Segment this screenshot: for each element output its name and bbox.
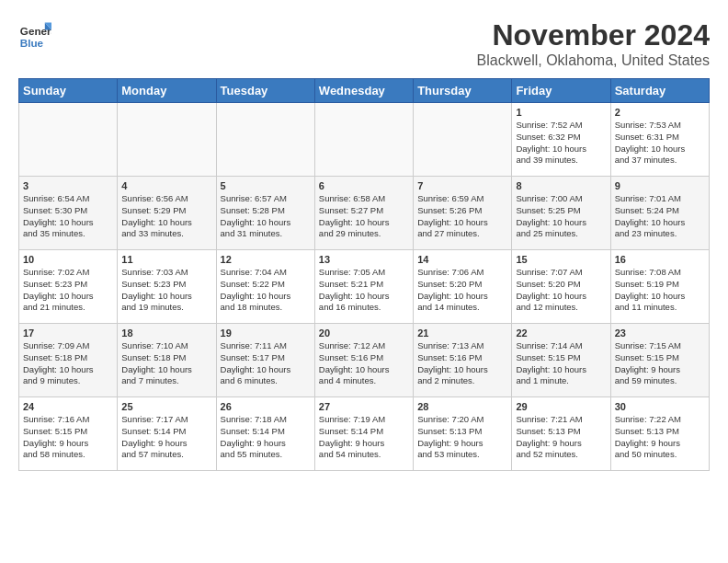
calendar-day-cell: 26Sunrise: 7:18 AM Sunset: 5:14 PM Dayli…	[216, 397, 314, 471]
day-number: 13	[319, 254, 409, 265]
day-info: Sunrise: 7:00 AM Sunset: 5:25 PM Dayligh…	[516, 193, 606, 240]
day-info: Sunrise: 7:12 AM Sunset: 5:16 PM Dayligh…	[319, 340, 409, 387]
page-header: General Blue November 2024 Blackwell, Ok…	[18, 18, 710, 69]
day-number: 26	[221, 401, 311, 412]
calendar-day-cell: 15Sunrise: 7:07 AM Sunset: 5:20 PM Dayli…	[512, 250, 610, 324]
day-info: Sunrise: 6:56 AM Sunset: 5:29 PM Dayligh…	[121, 193, 211, 240]
calendar-day-cell: 1Sunrise: 7:52 AM Sunset: 6:32 PM Daylig…	[512, 103, 610, 177]
month-title: November 2024	[477, 18, 710, 52]
day-number: 30	[615, 401, 705, 412]
calendar-day-cell: 4Sunrise: 6:56 AM Sunset: 5:29 PM Daylig…	[118, 177, 216, 250]
day-number: 23	[615, 327, 705, 339]
day-info: Sunrise: 7:08 AM Sunset: 5:19 PM Dayligh…	[615, 267, 705, 314]
day-number: 4	[121, 180, 211, 191]
calendar-week-row: 10Sunrise: 7:02 AM Sunset: 5:23 PM Dayli…	[19, 250, 710, 324]
day-info: Sunrise: 7:19 AM Sunset: 5:14 PM Dayligh…	[319, 414, 409, 461]
calendar-day-cell: 18Sunrise: 7:10 AM Sunset: 5:18 PM Dayli…	[118, 324, 216, 397]
day-info: Sunrise: 7:05 AM Sunset: 5:21 PM Dayligh…	[319, 267, 409, 314]
day-number: 22	[516, 327, 606, 339]
day-info: Sunrise: 7:06 AM Sunset: 5:20 PM Dayligh…	[417, 267, 507, 314]
day-number: 6	[319, 180, 409, 191]
calendar-week-row: 24Sunrise: 7:16 AM Sunset: 5:15 PM Dayli…	[19, 397, 710, 471]
calendar-day-cell: 8Sunrise: 7:00 AM Sunset: 5:25 PM Daylig…	[512, 177, 610, 250]
calendar-day-cell	[19, 103, 118, 177]
day-number: 7	[417, 180, 507, 191]
weekday-header-monday: Monday	[118, 79, 216, 103]
calendar-table: SundayMondayTuesdayWednesdayThursdayFrid…	[18, 78, 710, 471]
day-number: 5	[221, 180, 311, 191]
day-number: 20	[319, 327, 409, 339]
calendar-day-cell: 16Sunrise: 7:08 AM Sunset: 5:19 PM Dayli…	[610, 250, 709, 324]
weekday-header-row: SundayMondayTuesdayWednesdayThursdayFrid…	[19, 79, 710, 103]
day-info: Sunrise: 7:17 AM Sunset: 5:14 PM Dayligh…	[121, 414, 211, 461]
day-info: Sunrise: 7:07 AM Sunset: 5:20 PM Dayligh…	[516, 267, 606, 314]
day-number: 15	[516, 254, 606, 265]
weekday-header-saturday: Saturday	[610, 79, 709, 103]
day-info: Sunrise: 7:03 AM Sunset: 5:23 PM Dayligh…	[121, 267, 211, 314]
day-number: 18	[121, 327, 211, 339]
day-number: 16	[615, 254, 705, 265]
weekday-header-wednesday: Wednesday	[314, 79, 413, 103]
calendar-day-cell: 13Sunrise: 7:05 AM Sunset: 5:21 PM Dayli…	[314, 250, 413, 324]
day-number: 11	[121, 254, 211, 265]
day-info: Sunrise: 7:20 AM Sunset: 5:13 PM Dayligh…	[417, 414, 507, 461]
calendar-day-cell: 3Sunrise: 6:54 AM Sunset: 5:30 PM Daylig…	[19, 177, 118, 250]
day-info: Sunrise: 7:10 AM Sunset: 5:18 PM Dayligh…	[121, 340, 211, 387]
day-info: Sunrise: 7:52 AM Sunset: 6:32 PM Dayligh…	[516, 120, 606, 167]
day-number: 12	[221, 254, 311, 265]
day-number: 3	[23, 180, 113, 191]
day-number: 8	[516, 180, 606, 191]
weekday-header-tuesday: Tuesday	[216, 79, 314, 103]
day-info: Sunrise: 7:11 AM Sunset: 5:17 PM Dayligh…	[221, 340, 311, 387]
day-number: 14	[417, 254, 507, 265]
calendar-week-row: 17Sunrise: 7:09 AM Sunset: 5:18 PM Dayli…	[19, 324, 710, 397]
calendar-day-cell	[118, 103, 216, 177]
day-info: Sunrise: 7:16 AM Sunset: 5:15 PM Dayligh…	[23, 414, 113, 461]
day-info: Sunrise: 7:09 AM Sunset: 5:18 PM Dayligh…	[23, 340, 113, 387]
svg-text:Blue: Blue	[20, 37, 44, 49]
calendar-day-cell: 5Sunrise: 6:57 AM Sunset: 5:28 PM Daylig…	[216, 177, 314, 250]
day-info: Sunrise: 7:22 AM Sunset: 5:13 PM Dayligh…	[615, 414, 705, 461]
calendar-day-cell: 11Sunrise: 7:03 AM Sunset: 5:23 PM Dayli…	[118, 250, 216, 324]
day-number: 10	[23, 254, 113, 265]
day-info: Sunrise: 6:57 AM Sunset: 5:28 PM Dayligh…	[221, 193, 311, 240]
day-info: Sunrise: 7:02 AM Sunset: 5:23 PM Dayligh…	[23, 267, 113, 314]
calendar-day-cell: 29Sunrise: 7:21 AM Sunset: 5:13 PM Dayli…	[512, 397, 610, 471]
day-info: Sunrise: 7:04 AM Sunset: 5:22 PM Dayligh…	[221, 267, 311, 314]
calendar-day-cell: 6Sunrise: 6:58 AM Sunset: 5:27 PM Daylig…	[314, 177, 413, 250]
day-info: Sunrise: 6:59 AM Sunset: 5:26 PM Dayligh…	[417, 193, 507, 240]
calendar-day-cell: 24Sunrise: 7:16 AM Sunset: 5:15 PM Dayli…	[19, 397, 118, 471]
day-info: Sunrise: 7:18 AM Sunset: 5:14 PM Dayligh…	[221, 414, 311, 461]
day-number: 29	[516, 401, 606, 412]
day-info: Sunrise: 7:01 AM Sunset: 5:24 PM Dayligh…	[615, 193, 705, 240]
calendar-day-cell: 2Sunrise: 7:53 AM Sunset: 6:31 PM Daylig…	[610, 103, 709, 177]
calendar-day-cell: 21Sunrise: 7:13 AM Sunset: 5:16 PM Dayli…	[414, 324, 512, 397]
day-info: Sunrise: 6:54 AM Sunset: 5:30 PM Dayligh…	[23, 193, 113, 240]
calendar-day-cell: 12Sunrise: 7:04 AM Sunset: 5:22 PM Dayli…	[216, 250, 314, 324]
day-number: 25	[121, 401, 211, 412]
day-info: Sunrise: 7:53 AM Sunset: 6:31 PM Dayligh…	[615, 120, 705, 167]
day-number: 28	[417, 401, 507, 412]
calendar-day-cell: 23Sunrise: 7:15 AM Sunset: 5:15 PM Dayli…	[610, 324, 709, 397]
calendar-week-row: 3Sunrise: 6:54 AM Sunset: 5:30 PM Daylig…	[19, 177, 710, 250]
day-info: Sunrise: 7:13 AM Sunset: 5:16 PM Dayligh…	[417, 340, 507, 387]
day-number: 21	[417, 327, 507, 339]
weekday-header-thursday: Thursday	[414, 79, 512, 103]
calendar-day-cell: 22Sunrise: 7:14 AM Sunset: 5:15 PM Dayli…	[512, 324, 610, 397]
calendar-week-row: 1Sunrise: 7:52 AM Sunset: 6:32 PM Daylig…	[19, 103, 710, 177]
calendar-day-cell: 14Sunrise: 7:06 AM Sunset: 5:20 PM Dayli…	[414, 250, 512, 324]
day-info: Sunrise: 7:15 AM Sunset: 5:15 PM Dayligh…	[615, 340, 705, 387]
day-info: Sunrise: 6:58 AM Sunset: 5:27 PM Dayligh…	[319, 193, 409, 240]
logo-icon: General Blue	[18, 18, 51, 52]
day-number: 27	[319, 401, 409, 412]
day-number: 19	[221, 327, 311, 339]
calendar-day-cell	[414, 103, 512, 177]
calendar-day-cell: 30Sunrise: 7:22 AM Sunset: 5:13 PM Dayli…	[610, 397, 709, 471]
weekday-header-friday: Friday	[512, 79, 610, 103]
calendar-day-cell: 9Sunrise: 7:01 AM Sunset: 5:24 PM Daylig…	[610, 177, 709, 250]
calendar-day-cell: 7Sunrise: 6:59 AM Sunset: 5:26 PM Daylig…	[414, 177, 512, 250]
day-info: Sunrise: 7:21 AM Sunset: 5:13 PM Dayligh…	[516, 414, 606, 461]
day-info: Sunrise: 7:14 AM Sunset: 5:15 PM Dayligh…	[516, 340, 606, 387]
calendar-day-cell: 10Sunrise: 7:02 AM Sunset: 5:23 PM Dayli…	[19, 250, 118, 324]
calendar-day-cell: 20Sunrise: 7:12 AM Sunset: 5:16 PM Dayli…	[314, 324, 413, 397]
